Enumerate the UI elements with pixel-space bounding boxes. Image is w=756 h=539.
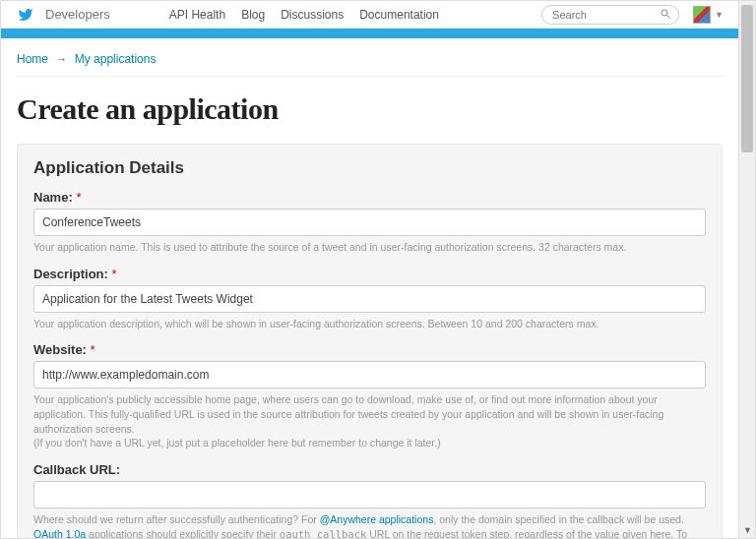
field-description: Description: * Your application descript…: [33, 267, 706, 331]
twitter-bird-icon: [16, 7, 35, 23]
breadcrumb-my-applications[interactable]: My applications: [75, 52, 157, 66]
oauth-link[interactable]: OAuth 1.0a: [33, 528, 86, 538]
field-website: Website: * Your application's publicly a…: [33, 342, 706, 450]
avatar-icon: [693, 6, 711, 24]
caret-down-icon: ▼: [715, 10, 724, 20]
scroll-down-icon[interactable]: ▼: [739, 521, 756, 538]
name-label: Name: *: [33, 190, 706, 205]
anywhere-link[interactable]: @Anywhere applications: [320, 513, 434, 525]
callback-label: Callback URL:: [33, 462, 706, 477]
breadcrumb: Home → My applications: [17, 48, 723, 77]
nav-documentation[interactable]: Documentation: [359, 8, 439, 22]
field-callback: Callback URL: Where should we return aft…: [33, 462, 706, 538]
website-input[interactable]: [33, 361, 706, 389]
user-menu[interactable]: ▼: [693, 6, 724, 24]
nav-links: API Health Blog Discussions Documentatio…: [169, 8, 439, 22]
breadcrumb-home[interactable]: Home: [17, 52, 48, 66]
panel-heading: Application Details: [33, 158, 706, 178]
scroll-thumb[interactable]: [741, 5, 753, 152]
field-name: Name: * Your application name. This is u…: [33, 190, 706, 255]
nav-discussions[interactable]: Discussions: [281, 8, 344, 22]
nav-blog[interactable]: Blog: [241, 8, 265, 22]
nav-api-health[interactable]: API Health: [169, 8, 225, 22]
search-input[interactable]: [541, 5, 679, 25]
name-input[interactable]: [33, 209, 706, 236]
search-wrap: [541, 5, 679, 25]
name-help: Your application name. This is used to a…: [33, 240, 706, 255]
brand-label: Developers: [45, 7, 110, 22]
callback-input[interactable]: [33, 481, 706, 509]
search-icon: [660, 8, 671, 20]
accent-bar: [1, 29, 738, 38]
description-label: Description: *: [33, 267, 706, 281]
vertical-scrollbar[interactable]: ▲ ▼: [738, 1, 755, 538]
page-title: Create an application: [17, 92, 723, 126]
svg-point-0: [662, 10, 667, 16]
description-help: Your application description, which will…: [33, 317, 706, 331]
svg-line-1: [667, 15, 670, 18]
top-nav: Developers API Health Blog Discussions D…: [1, 1, 738, 29]
website-label: Website: *: [33, 342, 706, 357]
callback-help: Where should we return after successfull…: [33, 512, 706, 538]
description-input[interactable]: [33, 285, 706, 313]
website-help: Your application's publicly accessible h…: [33, 392, 706, 450]
application-details-panel: Application Details Name: * Your applica…: [17, 144, 723, 538]
breadcrumb-arrow-icon: →: [55, 52, 67, 66]
